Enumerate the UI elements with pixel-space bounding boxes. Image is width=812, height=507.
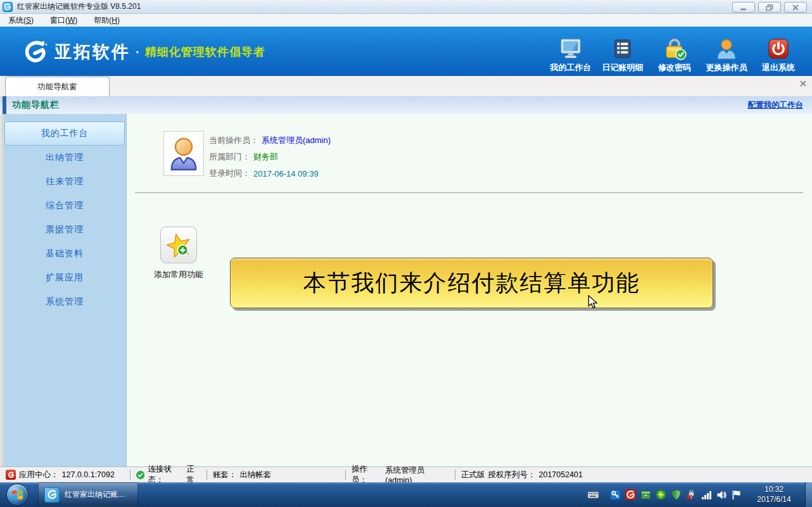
current-operator-value: 系统管理员(admin) [262, 135, 331, 146]
brand-separator: · [136, 45, 140, 59]
status-account-book: 账套： 出纳帐套 [207, 467, 345, 482]
mouse-cursor-icon [588, 295, 598, 309]
user-icon [715, 37, 738, 60]
login-time-row: 登录时间： 2017-06-14 09:39 [209, 165, 331, 182]
sidebar-item-bill-mgmt[interactable]: 票据管理 [3, 218, 126, 242]
toolbar-change-password[interactable]: 修改密码 [649, 37, 701, 73]
taskbar-app-icon [44, 487, 60, 503]
flag-icon[interactable] [731, 489, 741, 500]
toolbar-journal-detail[interactable]: 日记账明细 [597, 37, 649, 73]
monitor-icon [559, 37, 582, 60]
signal-bars-icon[interactable] [701, 490, 712, 500]
menu-system[interactable]: 系统(S) [0, 14, 42, 27]
function-nav-header: 功能导航栏 配置我的工作台 [0, 96, 812, 114]
sidebar-nav: 我的工作台 出纳管理 往来管理 综合管理 票据管理 基础资料 扩展应用 系统管理 [3, 114, 127, 466]
toolbar-my-workbench[interactable]: 我的工作台 [545, 37, 597, 73]
star-plus-icon [160, 227, 197, 263]
window-frame-edge [0, 114, 3, 466]
menubar: 系统(S) 窗口(W) 帮助(H) [0, 14, 812, 27]
brand-logo-icon [23, 39, 48, 65]
window-controls [732, 2, 807, 13]
brand-slogan: 精细化管理软件倡导者 [145, 44, 265, 59]
brand-name: 亚拓软件 [54, 41, 130, 63]
avatar [163, 131, 204, 176]
toolbar-switch-operator[interactable]: 更换操作员 [701, 37, 752, 73]
taskbar-clock[interactable]: 10:32 2017/6/14 [746, 484, 802, 504]
sidebar-item-my-workbench[interactable]: 我的工作台 [4, 122, 125, 146]
clock-date: 2017/6/14 [746, 494, 802, 504]
shield-icon[interactable] [671, 489, 682, 500]
start-button[interactable] [6, 484, 29, 506]
key-tool-icon[interactable] [610, 489, 621, 500]
menu-help[interactable]: 帮助(H) [86, 14, 128, 27]
tabstrip: 功能导航窗 [0, 76, 812, 96]
menu-window[interactable]: 窗口(W) [42, 14, 86, 27]
keyboard-icon[interactable] [587, 490, 599, 499]
close-button[interactable] [784, 2, 807, 13]
sidebar-item-extensions[interactable]: 扩展应用 [3, 266, 126, 290]
section-divider [135, 192, 803, 193]
header-banner: 亚拓软件 · 精细化管理软件倡导者 我的工作台 [0, 27, 812, 76]
windows-flag-icon [11, 489, 24, 501]
header-toolbar: 我的工作台 日记账明细 [545, 37, 804, 73]
status-license: 正式版 授权序列号： 2017052401 [455, 467, 588, 482]
plug-disconnected-icon[interactable] [686, 489, 697, 500]
status-operator-value: 系统管理员(admin) [385, 465, 449, 485]
minimize-icon [740, 4, 747, 11]
sidebar-item-contacts-mgmt[interactable]: 往来管理 [3, 170, 126, 194]
tutorial-banner-text: 本节我们来介绍付款结算单功能 [303, 268, 640, 299]
app-center-icon [6, 470, 16, 480]
window-titlebar: 红管家出纳记账软件专业版 V8.5.201 [0, 0, 812, 14]
sidebar-item-basic-data[interactable]: 基础资料 [3, 242, 126, 266]
status-app-center: 应用中心： 127.0.0.1:7092 [0, 467, 130, 482]
status-connection: 连接状态： 正常 [130, 467, 206, 482]
tab-close-button[interactable] [799, 79, 808, 88]
window-title: 红管家出纳记账软件专业版 V8.5.201 [17, 1, 141, 12]
sidebar-item-comprehensive-mgmt[interactable]: 综合管理 [3, 194, 126, 218]
tab-function-navigator[interactable]: 功能导航窗 [5, 77, 110, 96]
taskbar-app-label: 红管家出纳记账... [65, 489, 124, 500]
restore-icon [766, 4, 773, 11]
nav-title: 功能导航栏 [12, 99, 60, 111]
sidebar-item-system-mgmt[interactable]: 系统管理 [3, 290, 126, 314]
operator-profile: 当前操作员： 系统管理员(admin) 所属部门： 财务部 登录时间： 2017… [209, 132, 331, 182]
department-value: 财务部 [253, 151, 278, 163]
volume-icon[interactable] [716, 490, 726, 500]
close-icon [792, 4, 799, 11]
avatar-person-icon [168, 136, 200, 172]
close-x-icon [800, 80, 806, 87]
restore-button[interactable] [758, 2, 781, 13]
app-red-icon[interactable] [625, 489, 636, 500]
power-icon [768, 37, 789, 60]
main-panel: 当前操作员： 系统管理员(admin) 所属部门： 财务部 登录时间： 2017… [127, 114, 812, 466]
minimize-button[interactable] [732, 2, 755, 13]
cashbox-icon[interactable] [640, 489, 651, 500]
account-book-value: 出纳帐套 [240, 470, 272, 480]
statusbar: 应用中心： 127.0.0.1:7092 连接状态： 正常 账套： 出纳帐套 操… [0, 466, 812, 482]
windows-taskbar: 红管家出纳记账... 1 [0, 482, 812, 507]
taskbar-app-button[interactable]: 红管家出纳记账... [38, 482, 138, 507]
configure-workbench-link[interactable]: 配置我的工作台 [748, 100, 804, 111]
clock-time: 10:32 [746, 484, 802, 494]
app-center-address: 127.0.0.1:7092 [62, 470, 115, 479]
nav-accent-bar [3, 96, 6, 114]
sidebar-item-cashier-mgmt[interactable]: 出纳管理 [3, 146, 126, 170]
toolbar-exit-system[interactable]: 退出系统 [752, 37, 804, 73]
add-favorite-label: 添加常用功能 [154, 269, 203, 280]
status-operator: 操作员： 系统管理员(admin) [346, 467, 455, 482]
tutorial-banner: 本节我们来介绍付款结算单功能 [230, 258, 713, 308]
current-operator-row: 当前操作员： 系统管理员(admin) [209, 132, 331, 149]
journal-icon [612, 37, 633, 60]
login-time-value: 2017-06-14 09:39 [253, 169, 319, 178]
content-area: 我的工作台 出纳管理 往来管理 综合管理 票据管理 基础资料 扩展应用 系统管理… [0, 114, 812, 466]
edition-label: 正式版 [461, 470, 485, 480]
department-row: 所属部门： 财务部 [209, 149, 331, 165]
license-serial-value: 2017052401 [539, 470, 583, 479]
lock-check-icon [662, 37, 687, 60]
connection-ok-icon [136, 470, 144, 480]
brand: 亚拓软件 · 精细化管理软件倡导者 [23, 39, 265, 65]
green-plus-orb-icon[interactable] [656, 489, 666, 500]
app-logo-icon [3, 2, 13, 12]
add-favorite-function-button[interactable]: 添加常用功能 [141, 227, 217, 280]
show-desktop-button[interactable] [805, 482, 812, 507]
